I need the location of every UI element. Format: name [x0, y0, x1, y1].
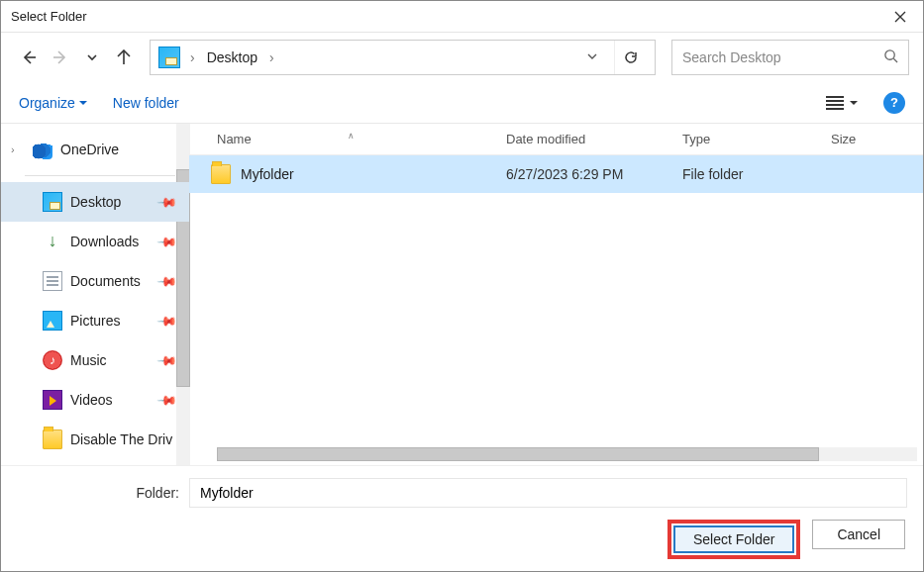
organize-label: Organize — [19, 95, 75, 111]
sidebar: › OneDrive Desktop 📌 ↓ Downloads 📌 Docum… — [1, 124, 189, 465]
buttons-row: Select Folder Cancel — [1, 520, 907, 559]
column-label: Date modified — [506, 132, 585, 146]
help-icon: ? — [890, 95, 898, 110]
toolbar: Organize New folder ? — [1, 82, 923, 124]
pin-icon: 📌 — [156, 349, 178, 371]
pin-icon: 📌 — [156, 270, 178, 292]
file-row[interactable]: Myfolder 6/27/2023 6:29 PM File folder — [189, 155, 923, 193]
sidebar-item-folder[interactable]: Disable The Driv — [1, 420, 189, 459]
breadcrumb-location[interactable]: Desktop — [205, 49, 259, 65]
onedrive-icon — [33, 140, 52, 159]
pin-icon: 📌 — [156, 191, 178, 213]
select-folder-label: Select Folder — [693, 531, 774, 547]
back-button[interactable] — [15, 44, 43, 71]
navbar: › Desktop › Search Desktop — [1, 33, 923, 82]
sidebar-item-label: Desktop — [70, 194, 152, 210]
desktop-icon — [43, 192, 62, 212]
sidebar-item-onedrive[interactable]: › OneDrive — [1, 130, 189, 169]
refresh-icon — [623, 49, 639, 65]
chevron-down-icon — [86, 51, 98, 63]
svg-point-0 — [885, 50, 894, 59]
sidebar-item-label: OneDrive — [60, 142, 189, 157]
expand-icon[interactable]: › — [11, 143, 25, 155]
pin-icon: 📌 — [156, 231, 178, 252]
pin-icon: 📌 — [156, 310, 178, 332]
select-folder-highlight: Select Folder — [667, 520, 800, 559]
arrow-left-icon — [21, 49, 37, 65]
folder-icon — [43, 429, 62, 449]
horizontal-scrollbar-track[interactable] — [217, 447, 917, 461]
sidebar-item-downloads[interactable]: ↓ Downloads 📌 — [1, 222, 189, 261]
folder-label: Folder: — [1, 485, 189, 501]
address-dropdown[interactable] — [576, 49, 608, 65]
column-label: Size — [831, 132, 856, 146]
search-placeholder: Search Desktop — [682, 49, 883, 65]
recent-button[interactable] — [78, 44, 106, 71]
music-icon: ♪ — [43, 350, 62, 370]
horizontal-scrollbar-thumb[interactable] — [217, 447, 819, 461]
column-type[interactable]: Type — [682, 132, 831, 146]
folder-name-row: Folder: — [1, 478, 907, 508]
forward-button[interactable] — [47, 44, 74, 71]
pictures-icon — [43, 311, 62, 331]
sidebar-item-label: Documents — [70, 273, 152, 289]
new-folder-label: New folder — [113, 95, 179, 111]
cancel-label: Cancel — [837, 526, 880, 542]
refresh-button[interactable] — [614, 41, 647, 74]
chevron-down-icon — [586, 50, 598, 62]
sidebar-item-label: Disable The Driv — [70, 431, 189, 447]
column-label: Type — [682, 132, 710, 146]
arrow-right-icon — [52, 49, 68, 65]
column-headers: Name ∧ Date modified Type Size — [189, 124, 923, 155]
pin-icon: 📌 — [156, 389, 178, 411]
up-button[interactable] — [110, 44, 138, 71]
window-title: Select Folder — [11, 9, 877, 24]
desktop-icon — [158, 47, 180, 68]
view-button[interactable] — [826, 96, 858, 110]
list-view-icon — [826, 96, 844, 110]
sidebar-item-pictures[interactable]: Pictures 📌 — [1, 301, 189, 340]
titlebar: Select Folder — [1, 1, 923, 33]
close-button[interactable] — [877, 1, 923, 32]
download-icon: ↓ — [43, 232, 62, 251]
column-size[interactable]: Size — [831, 132, 923, 146]
sidebar-item-desktop[interactable]: Desktop 📌 — [1, 182, 189, 222]
sidebar-item-videos[interactable]: Videos 📌 — [1, 380, 189, 420]
arrow-up-icon — [116, 49, 132, 65]
breadcrumb-chevron-icon[interactable]: › — [265, 49, 278, 65]
close-icon — [894, 11, 906, 23]
file-list: Name ∧ Date modified Type Size Myfolder … — [189, 124, 923, 465]
column-label: Name — [217, 132, 252, 146]
sidebar-item-documents[interactable]: Documents 📌 — [1, 261, 189, 301]
sidebar-item-label: Pictures — [70, 313, 152, 329]
search-icon — [883, 48, 898, 66]
main: › OneDrive Desktop 📌 ↓ Downloads 📌 Docum… — [1, 124, 923, 465]
dropdown-icon — [79, 99, 87, 107]
video-icon — [43, 390, 62, 410]
breadcrumb-chevron-icon[interactable]: › — [186, 49, 199, 65]
folder-icon — [211, 164, 231, 184]
sidebar-item-label: Music — [70, 352, 152, 368]
address-bar[interactable]: › Desktop › — [150, 40, 656, 75]
dropdown-icon — [850, 99, 858, 107]
sidebar-separator — [25, 175, 175, 176]
help-button[interactable]: ? — [883, 92, 905, 114]
file-name: Myfolder — [241, 166, 294, 182]
file-type: File folder — [682, 166, 831, 182]
sidebar-item-music[interactable]: ♪ Music 📌 — [1, 340, 189, 380]
sidebar-item-label: Downloads — [70, 234, 152, 249]
column-date[interactable]: Date modified — [506, 132, 682, 146]
cancel-button[interactable]: Cancel — [812, 520, 905, 549]
new-folder-button[interactable]: New folder — [113, 95, 179, 111]
document-icon — [43, 271, 62, 291]
organize-button[interactable]: Organize — [19, 95, 87, 111]
folder-input[interactable] — [189, 478, 907, 508]
sort-indicator-icon: ∧ — [348, 131, 355, 141]
select-folder-button[interactable]: Select Folder — [673, 525, 794, 553]
column-name[interactable]: Name ∧ — [189, 132, 506, 146]
footer: Folder: Select Folder Cancel — [1, 465, 923, 571]
file-date: 6/27/2023 6:29 PM — [506, 166, 682, 182]
search-input[interactable]: Search Desktop — [671, 40, 909, 75]
sidebar-item-label: Videos — [70, 392, 152, 408]
